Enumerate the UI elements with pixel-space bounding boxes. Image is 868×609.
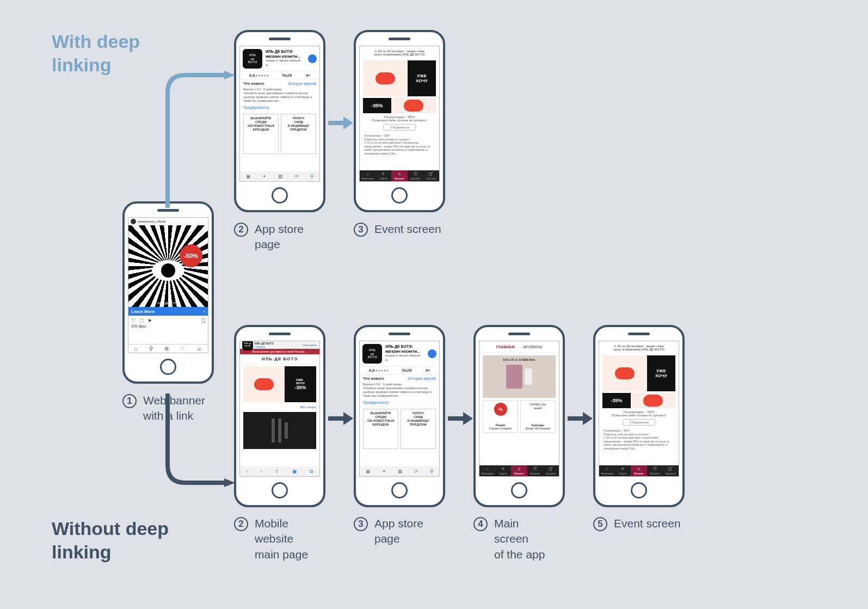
add-icon: ⊕ — [164, 346, 169, 352]
search-tab-icon: ⚲ — [430, 469, 434, 474]
card-sub: Скидки и подарки — [489, 427, 512, 430]
step-number: 3 — [354, 517, 368, 531]
screen-mobile-web: ИЛЬ де БОТЭ ИЛЬ ДЕ БОТЭ Открыть Смотреть… — [239, 341, 320, 477]
learn-more-bar: Learn More › — [128, 307, 208, 316]
want-label: УЖЕ ХОЧУ — [296, 378, 305, 385]
card-promo: % АкцииСкидки и подарки — [483, 400, 518, 433]
step-label: Event screen — [374, 222, 441, 237]
safari-toolbar: ‹ › ⇪ ▣ ⧉ — [240, 466, 319, 476]
brand-benefit: benefit — [534, 407, 542, 410]
tab-label: Карта — [500, 472, 507, 475]
lips-image-2 — [391, 98, 436, 113]
app-title: ИЛЬ ДЕ БОТЭ: магазин космети... — [385, 344, 424, 354]
caption-with-2: 2 App store page — [234, 222, 304, 253]
tab-main: ГЛАВНАЯ — [496, 345, 514, 349]
step-label: App store page — [255, 222, 304, 253]
phone-app-store-bottom: ИЛЬ де БОТЭ ИЛЬ ДЕ БОТЭ: магазин космети… — [354, 325, 445, 507]
comment-icon: ◌ — [139, 317, 144, 323]
catalog-icon: ⌂ — [518, 466, 521, 471]
home-icon: ⌂ — [134, 346, 138, 352]
curve-down — [163, 389, 237, 487]
app-logo: ИЛЬ де БОТЭ — [243, 49, 262, 69]
map-icon: ✈ — [621, 466, 625, 471]
curve-up — [163, 71, 237, 212]
app-logo: ИЛЬ де БОТЭ — [362, 344, 382, 364]
eye-icon — [152, 260, 184, 281]
site-brand: ИЛЬ ДЕ БОТЭ — [240, 354, 319, 364]
view-link: Смотреть — [303, 343, 317, 347]
profile-icon: ☺ — [196, 346, 202, 352]
app-tabbar: ⌂Магазины ✈Карта ⌂Каталог ☰Кабинет 🛒Корз… — [479, 465, 559, 476]
want-badge: УЖЕ ХОЧУ — [647, 355, 675, 391]
event-title: С 20 по 22 октября – акция «Уже хочу» в … — [360, 46, 439, 59]
caption-wo-4: 4 Main screen of the app — [473, 516, 545, 562]
preview-card-1: ВЫБИРАЙТЕ СРЕДИ 120 ИЗВЕСТНЫХ БРЕНДОВ — [243, 114, 279, 154]
share-label: Поделиться — [392, 126, 409, 129]
learn-more-label: Learn More — [131, 309, 155, 314]
account-icon: ☰ — [414, 171, 417, 176]
preview-card-2: ПОЛУЧ СКИД И ИНДИВИДУ ПРЕДЛОЖ — [401, 409, 436, 449]
ad-brand: ИЛЬ ДЕ БОТЭ — [128, 302, 208, 305]
whats-new-label: Что нового — [243, 82, 264, 85]
ig-action-row: ♡ ◌ ➤ ⎕ — [128, 316, 208, 324]
hero-lips — [243, 366, 285, 402]
preview-card-1: ВЫБИРАЙТЕ СРЕДИ 120 ИЗВЕСТНЫХ БРЕНДОВ — [363, 409, 398, 449]
preview-label: Предпросмотр — [243, 106, 269, 109]
version-history-link: История версий — [288, 82, 316, 85]
arrow-bottom-2 — [448, 412, 473, 425]
caption-wo-3: 3 App store page — [354, 516, 423, 547]
updated-ago: 5 дней назад — [383, 383, 401, 386]
stores-icon: ⌂ — [366, 171, 369, 176]
today-tab-icon: ▣ — [366, 469, 371, 474]
back-icon: ‹ — [247, 469, 248, 474]
search-icon: ⚲ — [149, 346, 153, 352]
share-icon: ➤ — [147, 317, 152, 323]
apps-tab-icon: ▦ — [398, 469, 403, 474]
phone-app-store-top: ИЛЬ де БОТЭ ИЛЬ ДЕ БОТЭ: магазин космети… — [234, 30, 325, 212]
ig-account: iledebeaute_official — [138, 220, 165, 223]
discount-badge: -35% — [363, 98, 391, 113]
event-body: Ультраскидка – 35%! Позвольте себе лучше… — [364, 134, 435, 155]
phone-app-main: ГЛАВНАЯ АРОМАТЫ DOLCE & GABBANA % АкцииС… — [473, 325, 565, 507]
caption-with-3: 3 Event screen — [354, 222, 441, 237]
step-label: Event screen — [614, 516, 681, 531]
discount-badge: -50% — [180, 244, 202, 267]
phone-event-bottom: С 20 по 22 октября – акция «Уже хочу» в … — [593, 325, 685, 507]
tab-label: Корзина — [666, 472, 676, 475]
phone-event-top: С 20 по 22 октября – акция «Уже хочу» в … — [354, 30, 445, 212]
chevron-right-icon: › — [204, 309, 205, 314]
tab-label: Кабинет — [410, 177, 421, 180]
app-subtitle: скидки и акции каждый д... — [385, 354, 424, 362]
preview-label: Предпросмотр — [363, 401, 389, 404]
forward-icon: › — [261, 469, 262, 474]
screen-instagram: iledebeaute_official -50% ИЛЬ ДЕ БОТЭ Le… — [128, 217, 208, 353]
cart-icon: 🛒 — [548, 466, 553, 471]
step-number: 2 — [234, 517, 248, 531]
rank-value: №28 — [282, 73, 292, 78]
smartbanner-logo: ИЛЬ де БОТЭ — [242, 341, 253, 350]
all-products-link: Все товары — [300, 405, 316, 409]
catalog-icon: ⌂ — [398, 171, 401, 176]
tab-label: Карта — [380, 177, 387, 180]
step-number: 2 — [234, 223, 248, 237]
hero-promo: УЖЕ ХОЧУ -35% — [285, 366, 316, 402]
apps-tab-icon: ▦ — [278, 174, 283, 179]
heart-icon: ♡ — [131, 317, 136, 323]
title-without-deeplinking: Without deep linking — [52, 517, 169, 563]
card-brands: CHANEL Dior benefit БрендыБолее 120 брен… — [520, 400, 556, 433]
rank-value: №28 — [402, 368, 412, 373]
arrow-top-1 — [328, 116, 353, 130]
rating-value: 4,6 — [249, 73, 255, 78]
tab-label: Магазины — [361, 177, 374, 180]
discount-label: -35% — [294, 385, 306, 390]
tab-label: Корзина — [546, 472, 556, 475]
lips-image — [363, 60, 408, 96]
version-label: Версия 1.9.2 — [243, 88, 261, 91]
updates-tab-icon: ⟳ — [414, 469, 418, 474]
screen-event: С 20 по 22 октября – акция «Уже хочу» в … — [359, 46, 440, 182]
catalog-icon: ⌂ — [638, 466, 641, 471]
step-number: 4 — [473, 517, 488, 531]
map-icon: ✈ — [381, 171, 385, 176]
preview-card-2: ПОЛУЧ СКИД И ИНДИВИДУ ПРЕДЛОЖ — [281, 114, 316, 154]
share-icon: ⇪ — [275, 469, 279, 474]
